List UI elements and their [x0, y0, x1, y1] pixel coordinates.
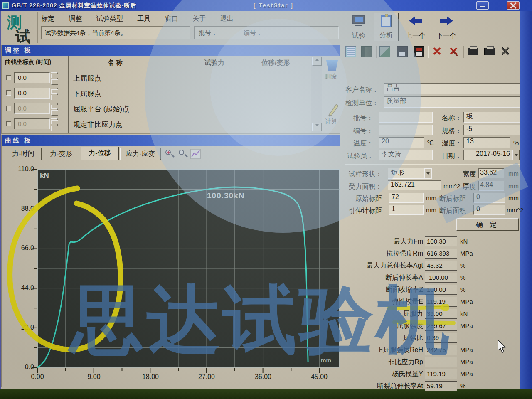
- result-value[interactable]: 100.00: [425, 285, 457, 295]
- spinner[interactable]: [51, 72, 58, 83]
- menu-item-exit[interactable]: 退出: [220, 15, 234, 23]
- divider: [345, 164, 520, 165]
- final-area-label: 断后面积: [439, 207, 466, 215]
- toolbar-test-button[interactable]: 试验: [347, 13, 370, 41]
- col-header-point: 曲线坐标点 (时间): [5, 59, 51, 66]
- window-title-app: [ TestStar ]: [254, 2, 293, 9]
- result-value[interactable]: [425, 357, 457, 367]
- org-label: 检测单位：: [345, 99, 379, 108]
- thickness-unit: mm: [508, 182, 519, 190]
- operator-input[interactable]: 李文涛: [379, 150, 433, 160]
- x-tick-label: 9.00: [79, 373, 109, 381]
- menubar: 标定 调整 试验类型 工具 窗口 关于 退出: [41, 15, 246, 23]
- point-name: 规定非比应力点: [73, 120, 123, 129]
- point-time-input[interactable]: 0.0: [14, 88, 50, 99]
- shape-dropdown-button[interactable]: [424, 168, 431, 178]
- tab-force-time[interactable]: 力-时间: [5, 148, 42, 160]
- name-input[interactable]: 板: [463, 112, 520, 123]
- result-unit: kN: [460, 238, 468, 245]
- result-unit: MPa: [460, 322, 473, 329]
- result-value[interactable]: 0.39: [425, 333, 457, 343]
- gauge-input[interactable]: 72: [389, 193, 424, 203]
- row-checkbox[interactable]: [6, 90, 11, 96]
- scroll-down-button[interactable]: [312, 123, 322, 131]
- toolbar-next-button[interactable]: 下一个: [433, 13, 460, 41]
- date-label: 日期：: [442, 152, 462, 160]
- spinner[interactable]: [51, 103, 58, 114]
- result-value[interactable]: 43.32: [425, 261, 457, 271]
- result-unit: %: [460, 262, 466, 269]
- point-time-input[interactable]: 0.0: [14, 103, 50, 114]
- result-value[interactable]: 119.19: [425, 369, 457, 379]
- result-row: 断裂总伸长率At59.19%: [343, 381, 522, 392]
- tab-force-deformation[interactable]: 力-变形: [43, 148, 79, 160]
- y-tick-label: 110.0: [10, 165, 34, 173]
- result-value[interactable]: 242.75: [425, 345, 457, 355]
- screen: GB/T 228-2002 金属材料室温拉伸试验-断后 [ TestStar ]…: [0, 0, 532, 399]
- customer-input[interactable]: 昌吉: [384, 83, 520, 94]
- row-checkbox[interactable]: [6, 75, 11, 80]
- close-button[interactable]: [507, 1, 520, 10]
- chart-plot-area[interactable]: [37, 170, 340, 367]
- result-value[interactable]: 59.19: [425, 381, 457, 391]
- extensometer-label: 引伸计标距: [349, 207, 382, 215]
- org-input[interactable]: 质量部: [384, 96, 520, 108]
- area-input[interactable]: 162.721: [388, 180, 441, 190]
- date-combobox[interactable]: 2017-05-16: [463, 150, 520, 160]
- toolbar-analysis-label: 分析: [374, 31, 398, 40]
- scrollbar[interactable]: [311, 56, 322, 133]
- point-time-input[interactable]: 0.0: [14, 72, 50, 83]
- extensometer-input[interactable]: 1: [389, 205, 424, 215]
- final-area-input[interactable]: 0: [473, 205, 505, 215]
- row-checkbox[interactable]: [6, 106, 11, 111]
- result-label: 最大力总伸长率Agt: [343, 261, 423, 270]
- menu-item-adjust[interactable]: 调整: [69, 15, 82, 23]
- humidity-input[interactable]: 13: [463, 137, 510, 148]
- menu-item-about[interactable]: 关于: [192, 15, 206, 23]
- tab-force-displacement[interactable]: 力-位移: [81, 147, 119, 160]
- spinner[interactable]: [51, 118, 58, 129]
- spinner[interactable]: [51, 88, 58, 99]
- thickness-input[interactable]: 4.84: [478, 181, 504, 191]
- delete-label: 删除: [324, 73, 337, 81]
- table-row: 0.0 上屈服点: [2, 70, 310, 86]
- col-header-force: 试验力: [204, 59, 224, 67]
- adjust-panel: 调整 板 曲线坐标点 (时间) 名 称 试验力 位移/变形 0.0 上屈服点 0…: [1, 45, 340, 134]
- menu-item-calibrate[interactable]: 标定: [41, 15, 54, 23]
- width-input[interactable]: 33.62: [478, 168, 504, 178]
- zoom-out-icon[interactable]: [178, 149, 189, 160]
- result-value[interactable]: 616.393: [425, 249, 457, 259]
- final-gauge-input[interactable]: 0: [473, 193, 505, 203]
- toolbar-analysis-button[interactable]: 分析: [374, 13, 399, 41]
- spec-input[interactable]: -5: [463, 125, 520, 135]
- result-label: 断面收缩率Z: [343, 286, 423, 294]
- result-value[interactable]: -100.00: [425, 273, 457, 283]
- width-unit: mm: [508, 170, 519, 177]
- minimize-button[interactable]: [476, 1, 489, 10]
- zoom-in-icon[interactable]: [165, 149, 175, 160]
- menu-item-test-type[interactable]: 试验类型: [96, 15, 123, 23]
- humidity-unit: %: [513, 139, 519, 146]
- result-row: 抗拉强度Rm616.393MPa: [343, 249, 522, 259]
- calculate-pen-icon[interactable]: [327, 103, 340, 117]
- trash-icon[interactable]: [326, 60, 338, 71]
- scroll-up-button[interactable]: [312, 57, 322, 66]
- temperature-input[interactable]: 20: [379, 137, 424, 148]
- toolbar-previous-label: 上一个: [402, 32, 429, 40]
- curve-reset-icon[interactable]: [190, 149, 201, 160]
- date-dropdown-button[interactable]: [512, 150, 520, 160]
- confirm-button[interactable]: 确 定: [456, 218, 519, 231]
- batch-input[interactable]: [379, 112, 433, 123]
- row-checkbox[interactable]: [6, 121, 11, 126]
- serial-input[interactable]: [379, 125, 433, 135]
- status-batch-box: 批号： 编号：: [194, 26, 339, 39]
- result-unit: %: [460, 286, 466, 293]
- tab-stress-strain[interactable]: 应力-应变: [120, 148, 161, 160]
- result-value[interactable]: 39.00: [425, 309, 457, 319]
- x-tick-label: 0.00: [22, 373, 52, 381]
- result-value[interactable]: 100.30: [425, 236, 457, 246]
- menu-item-window[interactable]: 窗口: [165, 15, 178, 23]
- menu-item-tools[interactable]: 工具: [137, 15, 150, 23]
- point-time-input[interactable]: 0.0: [14, 118, 50, 129]
- toolbar-previous-button[interactable]: 上一个: [402, 13, 429, 41]
